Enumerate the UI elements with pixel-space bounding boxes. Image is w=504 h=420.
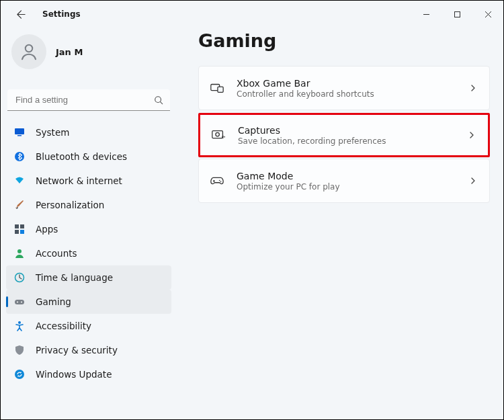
card-title: Game Mode: [237, 171, 469, 181]
account-icon: [14, 248, 25, 259]
nav-list: System Bluetooth & devices Network & int…: [6, 120, 171, 386]
sidebar-item-label: Privacy & security: [36, 345, 118, 355]
game-bar-icon: [210, 81, 224, 95]
svg-point-22: [220, 181, 222, 183]
person-icon: [19, 42, 39, 62]
card-title: Captures: [238, 125, 468, 136]
card-game-mode[interactable]: Game Mode Optimize your PC for play: [198, 159, 490, 203]
svg-rect-8: [15, 230, 19, 234]
sidebar-item-apps[interactable]: Apps: [6, 217, 171, 241]
close-icon: [485, 11, 492, 18]
card-subtitle: Controller and keyboard shortcuts: [237, 89, 469, 99]
avatar: [11, 34, 46, 69]
search-input[interactable]: [7, 89, 170, 111]
captures-icon: [211, 128, 226, 142]
profile-name: Jan M: [56, 47, 83, 57]
maximize-button[interactable]: [442, 3, 472, 25]
sidebar-item-system[interactable]: System: [6, 120, 171, 144]
minimize-button[interactable]: [411, 3, 442, 25]
card-text: Xbox Game Bar Controller and keyboard sh…: [237, 78, 469, 99]
sidebar-item-label: Bluetooth & devices: [36, 151, 127, 162]
sidebar-item-privacy[interactable]: Privacy & security: [6, 338, 171, 362]
svg-rect-12: [15, 300, 24, 304]
svg-point-20: [216, 132, 220, 136]
page-title: Gaming: [198, 30, 490, 51]
back-arrow-icon: [16, 9, 26, 19]
brush-icon: [14, 200, 25, 210]
window-controls: [411, 3, 503, 25]
svg-rect-4: [17, 135, 22, 136]
sidebar-item-label: Gaming: [36, 296, 71, 307]
card-text: Game Mode Optimize your PC for play: [237, 171, 469, 192]
apps-icon: [14, 224, 25, 235]
sidebar-item-label: Personalization: [36, 200, 104, 210]
titlebar: Settings: [1, 1, 503, 28]
svg-point-2: [155, 97, 161, 103]
chevron-right-icon: [469, 177, 477, 185]
sidebar: Jan M System Bluetooth & devices Network…: [1, 28, 177, 419]
sidebar-item-label: Network & internet: [36, 175, 122, 186]
clock-globe-icon: [14, 272, 25, 283]
chevron-right-icon: [468, 131, 476, 139]
sidebar-item-label: Accessibility: [36, 321, 91, 331]
card-title: Xbox Game Bar: [237, 78, 469, 89]
sidebar-item-gaming[interactable]: Gaming: [6, 290, 171, 314]
sidebar-item-label: Windows Update: [36, 369, 112, 380]
svg-rect-3: [15, 128, 24, 134]
bluetooth-icon: [14, 151, 25, 162]
sidebar-item-label: Apps: [36, 224, 58, 235]
sidebar-item-accounts[interactable]: Accounts: [6, 241, 171, 265]
minimize-icon: [423, 11, 430, 18]
card-subtitle: Optimize your PC for play: [237, 182, 469, 192]
svg-point-21: [219, 180, 220, 181]
wifi-icon: [14, 175, 25, 186]
sidebar-item-label: System: [36, 127, 69, 138]
window-title: Settings: [42, 9, 81, 19]
svg-rect-0: [454, 11, 460, 17]
card-captures[interactable]: Captures Save location, recording prefer…: [198, 113, 490, 157]
svg-rect-7: [20, 224, 24, 228]
monitor-icon: [14, 127, 25, 138]
sidebar-item-time-language[interactable]: Time & language: [6, 265, 171, 290]
back-button[interactable]: [11, 5, 30, 24]
controller-icon: [210, 173, 224, 188]
svg-point-10: [17, 249, 22, 253]
chevron-right-icon: [469, 84, 477, 92]
sidebar-item-label: Time & language: [36, 272, 113, 283]
svg-point-14: [21, 302, 22, 303]
main-content: Gaming Xbox Game Bar Controller and keyb…: [177, 28, 503, 419]
search-container: [7, 89, 170, 111]
accessibility-icon: [14, 321, 25, 331]
sidebar-item-accessibility[interactable]: Accessibility: [6, 314, 171, 338]
sidebar-item-personalization[interactable]: Personalization: [6, 193, 171, 217]
gamepad-icon: [14, 296, 25, 307]
svg-point-13: [17, 302, 18, 303]
sidebar-item-network[interactable]: Network & internet: [6, 169, 171, 193]
search-icon[interactable]: [154, 95, 163, 105]
profile-block[interactable]: Jan M: [6, 30, 171, 73]
svg-rect-6: [15, 224, 19, 228]
close-button[interactable]: [472, 3, 503, 25]
svg-rect-18: [218, 87, 223, 92]
card-xbox-game-bar[interactable]: Xbox Game Bar Controller and keyboard sh…: [198, 66, 490, 110]
card-text: Captures Save location, recording prefer…: [238, 125, 468, 146]
svg-point-16: [15, 370, 24, 379]
sidebar-item-windows-update[interactable]: Windows Update: [6, 362, 171, 386]
sidebar-item-label: Accounts: [36, 248, 77, 259]
maximize-icon: [454, 11, 461, 18]
shield-icon: [14, 345, 25, 355]
svg-rect-19: [212, 131, 223, 138]
svg-point-15: [18, 321, 21, 324]
svg-rect-9: [20, 230, 24, 234]
svg-point-1: [26, 45, 33, 52]
card-subtitle: Save location, recording preferences: [238, 136, 468, 146]
update-icon: [14, 369, 25, 380]
sidebar-item-bluetooth[interactable]: Bluetooth & devices: [6, 144, 171, 169]
